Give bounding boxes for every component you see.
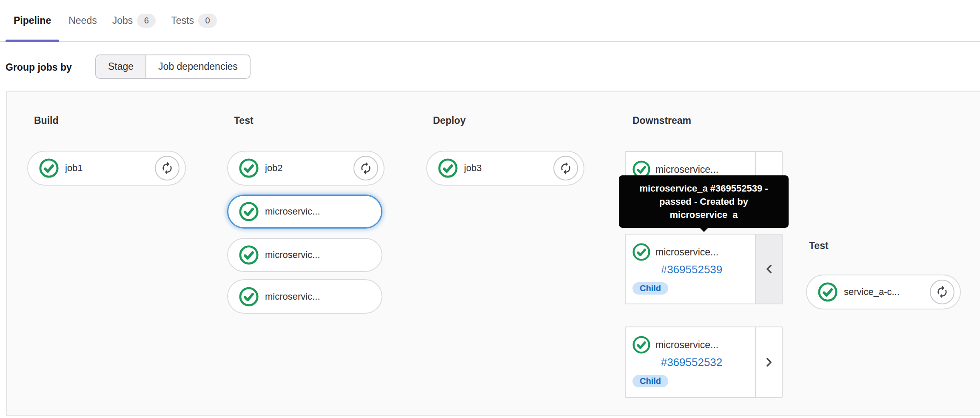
job-pill-microservice-selected[interactable]: microservic... (227, 195, 382, 229)
downstream-pipeline-id-link[interactable]: #369552532 (632, 356, 751, 369)
pipeline-graph: Build Test Deploy Downstream Test job1 j… (6, 91, 980, 416)
downstream-pipeline-id-link[interactable]: #369552539 (632, 263, 751, 276)
downstream-pipeline-name: microservice... (655, 164, 718, 175)
job-pill-microservice-3[interactable]: microservic... (227, 279, 382, 314)
tab-jobs-label: Jobs (112, 15, 133, 26)
status-success-icon (39, 158, 59, 178)
job-name: job1 (65, 163, 148, 174)
job-pill-microservice-2[interactable]: microservic... (227, 238, 382, 272)
downstream-card-main: microservice... #369552532 Child (626, 327, 755, 397)
retry-icon (160, 161, 174, 175)
job-name: service_a-c... (844, 286, 923, 298)
graph-controls-row: Group jobs by Stage Job dependencies (0, 42, 980, 91)
tab-jobs[interactable]: Jobs 6 (106, 0, 162, 41)
job-pill-job1[interactable]: job1 (27, 151, 186, 186)
job-name: job2 (265, 163, 347, 174)
downstream-card-3[interactable]: microservice... #369552532 Child (625, 326, 783, 398)
retry-job-button[interactable] (553, 156, 578, 180)
retry-icon (935, 285, 949, 299)
stage-header-deploy: Deploy (433, 115, 466, 126)
status-success-icon (239, 202, 259, 221)
status-success-icon (818, 282, 838, 302)
status-success-icon (239, 158, 259, 178)
retry-job-button[interactable] (930, 280, 954, 304)
chevron-right-icon (763, 356, 775, 368)
child-pipeline-badge: Child (632, 282, 668, 295)
job-name: job3 (464, 163, 547, 174)
status-success-icon (632, 336, 650, 354)
group-by-job-dependencies-button[interactable]: Job dependencies (146, 55, 250, 78)
job-name: microservic... (265, 291, 376, 302)
status-success-icon (632, 243, 650, 261)
pipeline-tab-bar: Pipeline Needs Jobs 6 Tests 0 (0, 0, 980, 42)
tests-count-badge: 0 (198, 14, 217, 28)
tab-pipeline-label: Pipeline (14, 15, 51, 26)
downstream-pipeline-tooltip: microservice_a #369552539 - passed - Cre… (619, 175, 789, 228)
status-success-icon (239, 245, 259, 265)
tab-tests-label: Tests (171, 15, 194, 26)
child-pipeline-badge: Child (632, 375, 668, 387)
stage-header-downstream: Downstream (632, 115, 691, 126)
tab-needs-label: Needs (68, 15, 97, 26)
expand-downstream-button[interactable] (755, 327, 782, 397)
downstream-card-main: microservice... #369552539 Child (626, 235, 755, 303)
jobs-count-badge: 6 (137, 14, 156, 28)
downstream-card-2[interactable]: microservice... #369552539 Child (625, 234, 783, 304)
tab-tests[interactable]: Tests 0 (165, 0, 223, 41)
group-by-stage-button[interactable]: Stage (96, 55, 146, 78)
tab-pipeline[interactable]: Pipeline (6, 0, 59, 41)
stage-header-build: Build (34, 115, 59, 126)
collapse-downstream-button[interactable] (755, 235, 782, 303)
status-success-icon (438, 158, 458, 178)
stage-header-test: Test (234, 115, 254, 126)
group-jobs-by-label: Group jobs by (6, 61, 72, 74)
retry-job-button[interactable] (353, 156, 378, 180)
stage-header-child-test: Test (809, 240, 829, 252)
tab-needs[interactable]: Needs (63, 0, 103, 41)
job-pill-job3[interactable]: job3 (426, 151, 584, 186)
job-name: microservic... (265, 206, 376, 217)
retry-icon (559, 161, 573, 175)
job-pill-job2[interactable]: job2 (227, 151, 385, 186)
retry-job-button[interactable] (155, 156, 179, 180)
job-name: microservic... (265, 249, 376, 261)
downstream-pipeline-name: microservice... (655, 246, 718, 258)
chevron-left-icon (763, 263, 775, 275)
status-success-icon (239, 287, 259, 306)
downstream-pipeline-name: microservice... (655, 339, 718, 351)
job-pill-service-a-child[interactable]: service_a-c... (806, 275, 961, 309)
retry-icon (359, 161, 373, 175)
group-jobs-by-segmented-control: Stage Job dependencies (95, 54, 251, 79)
